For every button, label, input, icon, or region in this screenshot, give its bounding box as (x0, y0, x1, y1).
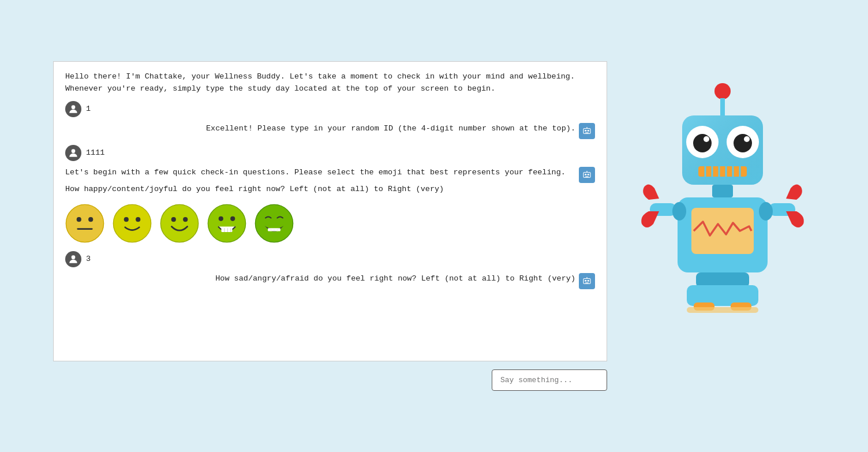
svg-rect-40 (585, 282, 589, 283)
svg-point-18 (113, 204, 151, 242)
svg-rect-4 (585, 132, 589, 133)
emoji-neutral[interactable] (65, 204, 104, 243)
chat-input[interactable] (492, 369, 607, 391)
bot-text-2a: Let's begin with a few quick check-in qu… (65, 168, 566, 177)
robot-small-icon-2 (582, 170, 592, 180)
user-text-2: 1111 (86, 145, 104, 159)
avatar-icon (68, 103, 79, 115)
svg-point-0 (72, 105, 76, 109)
bot-intro-text: Hello there! I'm Chattake, your Wellness… (65, 72, 575, 93)
user-message-3: 3 (65, 251, 595, 267)
svg-point-51 (704, 136, 709, 142)
bot-text-3: How sad/angry/afraid do you feel right n… (215, 273, 575, 285)
svg-point-10 (588, 174, 589, 175)
svg-point-9 (585, 174, 586, 175)
bot-message-2: Let's begin with a few quick check-in qu… (65, 167, 595, 196)
emoji-slight-smile[interactable] (113, 204, 152, 243)
avatar-icon-2 (68, 147, 79, 159)
svg-point-39 (588, 279, 589, 281)
svg-point-25 (219, 216, 223, 221)
user-message-2: 1111 (65, 145, 595, 161)
svg-rect-71 (687, 307, 758, 313)
svg-point-14 (66, 204, 103, 242)
svg-point-15 (77, 217, 81, 222)
svg-rect-60 (712, 185, 733, 197)
bot-text-2b: How happy/content/joyful do you feel rig… (65, 185, 444, 193)
svg-point-24 (208, 204, 245, 242)
svg-point-19 (124, 217, 129, 222)
robot-svg (636, 73, 809, 350)
emoji-big-smile[interactable] (207, 204, 246, 243)
bot-intro-message: Hello there! I'm Chattake, your Wellness… (65, 71, 595, 95)
svg-point-7 (72, 149, 76, 153)
user-text-3: 3 (86, 251, 91, 266)
svg-point-66 (759, 202, 773, 221)
robot-small-icon (582, 126, 592, 136)
svg-point-22 (171, 217, 176, 222)
svg-point-6 (586, 127, 588, 128)
svg-point-26 (230, 216, 235, 221)
bot-icon-1 (579, 123, 595, 139)
bot-text-1: Excellent! Please type in your random ID… (206, 123, 575, 135)
svg-point-31 (255, 204, 293, 242)
svg-point-50 (734, 134, 752, 152)
user-avatar-3 (65, 251, 81, 267)
emoji-row (65, 204, 595, 243)
avatar-icon-3 (68, 253, 79, 265)
svg-point-65 (672, 202, 686, 221)
svg-point-38 (585, 279, 586, 281)
svg-point-49 (693, 134, 712, 152)
svg-point-52 (744, 136, 750, 142)
chat-container: Hello there! I'm Chattake, your Wellness… (53, 61, 607, 361)
svg-point-36 (72, 255, 76, 259)
svg-point-42 (586, 277, 588, 278)
svg-point-43 (714, 83, 731, 99)
robot-small-icon-3 (582, 276, 592, 286)
svg-point-3 (588, 130, 589, 132)
chat-scroll-area[interactable]: Hello there! I'm Chattake, your Wellness… (54, 62, 607, 361)
svg-point-16 (88, 217, 93, 222)
svg-point-21 (160, 204, 198, 242)
svg-rect-11 (585, 176, 589, 177)
user-message-1: 1 (65, 101, 595, 117)
user-text-1: 1 (86, 101, 91, 115)
emoji-laugh[interactable] (255, 204, 294, 243)
svg-point-23 (183, 217, 188, 222)
user-avatar-2 (65, 145, 81, 161)
user-avatar-1 (65, 101, 81, 117)
bot-message-1-row: Excellent! Please type in your random ID… (65, 123, 595, 139)
bot-icon-2 (579, 167, 595, 183)
bot-message-3-row: How sad/angry/afraid do you feel right n… (65, 273, 595, 289)
svg-rect-44 (720, 98, 725, 115)
svg-point-20 (136, 217, 140, 222)
bot-icon-3 (579, 273, 595, 289)
chat-input-row (53, 369, 607, 391)
svg-point-2 (585, 130, 586, 132)
svg-point-13 (586, 171, 588, 172)
emoji-smile[interactable] (160, 204, 199, 243)
robot-illustration (630, 61, 815, 361)
